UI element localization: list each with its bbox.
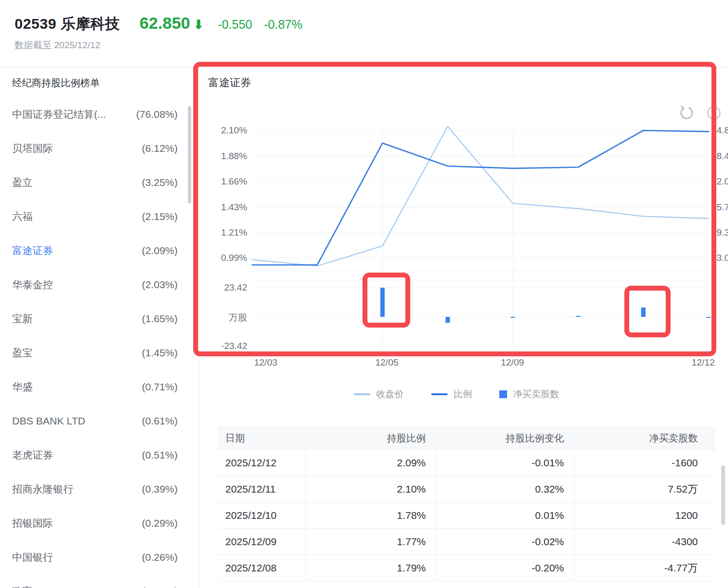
broker-list: 中国证券登记结算(...(76.08%)贝塔国际(6.12%)盈立(3.25%)…: [12, 97, 178, 588]
table-cell: -0.20%: [436, 555, 574, 581]
broker-ranking-title: 经纪商持股比例榜单: [12, 76, 100, 90]
sidebar-divider: [199, 67, 199, 588]
table-cell: 7.52万: [574, 476, 715, 502]
data-as-of: 数据截至 2025/12/12: [15, 39, 100, 52]
broker-holding-pct: (1.45%): [142, 347, 178, 359]
x-axis-tick: 12/09: [493, 357, 532, 368]
legend-item[interactable]: 比例: [431, 388, 472, 401]
broker-holding-pct: (0.51%): [142, 449, 178, 461]
broker-list-item[interactable]: 中国银行(0.26%): [12, 540, 178, 574]
sidebar-scrollbar[interactable]: [188, 106, 191, 203]
x-axis-tick: 12/03: [246, 357, 285, 368]
close-price-line: [252, 127, 709, 266]
header-divider: [0, 67, 728, 67]
table-cell: 2025/12/08: [218, 555, 305, 581]
annotation-box-bar-1211: [624, 286, 671, 337]
table-header-cell: 持股比例变化: [436, 427, 574, 449]
right-axis-tick: 53.0: [711, 253, 728, 263]
broker-holding-pct: (2.09%): [142, 245, 178, 257]
stock-price: 62.850: [140, 14, 190, 33]
broker-list-item[interactable]: 致富(0.20%): [12, 574, 178, 588]
broker-list-item[interactable]: 华泰金控(2.03%): [12, 268, 178, 302]
circle-icon[interactable]: [705, 104, 723, 122]
table-scrollbar[interactable]: [721, 465, 725, 525]
broker-name: 中国证券登记结算(...: [12, 108, 106, 121]
table-header-cell: 日期: [218, 427, 305, 449]
broker-name: 老虎证券: [12, 448, 53, 462]
table-cell: 2.09%: [305, 450, 436, 476]
broker-list-item[interactable]: 招银国际(0.29%): [12, 506, 178, 540]
net-shares-bar: [641, 308, 646, 317]
table-cell: 2025/12/11: [218, 476, 305, 502]
legend-bar-swatch: [499, 390, 507, 398]
broker-name: 富途证券: [12, 244, 53, 257]
chart-legend: 收盘价比例净买卖股数: [199, 388, 714, 401]
broker-name: 华盛: [12, 380, 33, 394]
table-header-cell: 持股比例: [305, 427, 436, 449]
bar-axis-tick: 万股: [208, 312, 247, 324]
table-header-row: 日期持股比例持股比例变化净买卖股数: [218, 427, 715, 450]
table-cell: -4.77万: [574, 555, 715, 581]
table-cell: 1.77%: [305, 529, 436, 554]
legend-item[interactable]: 收盘价: [354, 388, 404, 401]
holding-detail-table: 日期持股比例持股比例变化净买卖股数2025/12/122.09%-0.01%-1…: [218, 427, 715, 581]
broker-name: DBS BANK LTD: [12, 415, 85, 427]
right-axis-tick: 84.8: [711, 125, 728, 136]
broker-holding-pct: (0.26%): [142, 551, 178, 563]
table-cell: 0.01%: [436, 502, 574, 528]
broker-list-item[interactable]: 贝塔国际(6.12%): [12, 131, 178, 165]
broker-name: 盈宝: [12, 346, 33, 360]
broker-name: 贝塔国际: [12, 142, 53, 155]
left-axis-tick: 1.66%: [208, 176, 247, 187]
broker-list-item[interactable]: 宝新(1.65%): [12, 302, 178, 336]
legend-line-swatch: [354, 393, 370, 395]
broker-list-item[interactable]: 老虎证券(0.51%): [12, 438, 178, 472]
x-axis-tick: 12/05: [367, 357, 406, 368]
price-change-pct: -0.87%: [264, 18, 302, 32]
annotation-box-chart: [193, 62, 716, 356]
broker-list-item[interactable]: 华盛(0.71%): [12, 370, 178, 404]
broker-holding-pct: (6.12%): [142, 143, 178, 154]
broker-name: 招银国际: [12, 516, 53, 530]
table-cell: 0.32%: [436, 476, 574, 502]
stock-title: 02539 乐摩科技: [15, 14, 120, 34]
broker-name: 华泰金控: [12, 278, 53, 292]
table-cell: 1200: [574, 502, 715, 528]
table-cell: 2.10%: [305, 476, 436, 502]
right-axis-tick: 65.7: [711, 202, 728, 213]
table-cell: 2025/12/10: [218, 502, 305, 528]
net-shares-bar: [511, 317, 515, 318]
right-axis-tick: 59.3: [711, 227, 728, 238]
table-row: 2025/12/091.77%-0.02%-4300: [218, 529, 715, 555]
net-shares-bar: [707, 317, 711, 318]
broker-list-item[interactable]: 中国证券登记结算(...(76.08%): [12, 97, 178, 131]
table-cell: -4300: [574, 529, 715, 554]
table-cell: 2025/12/12: [218, 450, 305, 476]
table-row: 2025/12/112.10%0.32%7.52万: [218, 476, 715, 502]
broker-list-item[interactable]: 招商永隆银行(0.39%): [12, 472, 178, 506]
broker-name: 致富: [12, 585, 33, 588]
broker-name: 盈立: [12, 176, 33, 189]
broker-holding-pct: (2.03%): [142, 279, 178, 291]
broker-list-item[interactable]: 盈宝(1.45%): [12, 336, 178, 370]
broker-holding-pct: (0.39%): [142, 483, 178, 495]
broker-holding-pct: (3.25%): [142, 177, 178, 188]
legend-item[interactable]: 净买卖股数: [499, 388, 559, 401]
broker-holding-pct: (1.65%): [142, 313, 178, 325]
net-shares-bar: [446, 317, 450, 323]
broker-list-item[interactable]: DBS BANK LTD(0.61%): [12, 404, 178, 438]
broker-list-item[interactable]: 六福(2.15%): [12, 200, 178, 234]
legend-label: 净买卖股数: [513, 388, 559, 401]
legend-label: 比例: [454, 388, 472, 401]
ratio-line: [252, 130, 709, 265]
broker-list-item[interactable]: 盈立(3.25%): [12, 165, 178, 200]
net-shares-bar: [381, 288, 385, 317]
broker-list-item[interactable]: 富途证券(2.09%): [12, 234, 178, 268]
x-axis-tick: 12/12: [684, 357, 723, 368]
broker-name: 中国银行: [12, 551, 53, 564]
table-row: 2025/12/101.78%0.01%1200: [218, 502, 715, 529]
broker-holding-pct: (0.29%): [142, 517, 178, 529]
price-change: -0.550: [218, 18, 252, 32]
reset-zoom-icon[interactable]: [677, 104, 695, 122]
bar-axis-tick: 23.42: [208, 282, 247, 293]
